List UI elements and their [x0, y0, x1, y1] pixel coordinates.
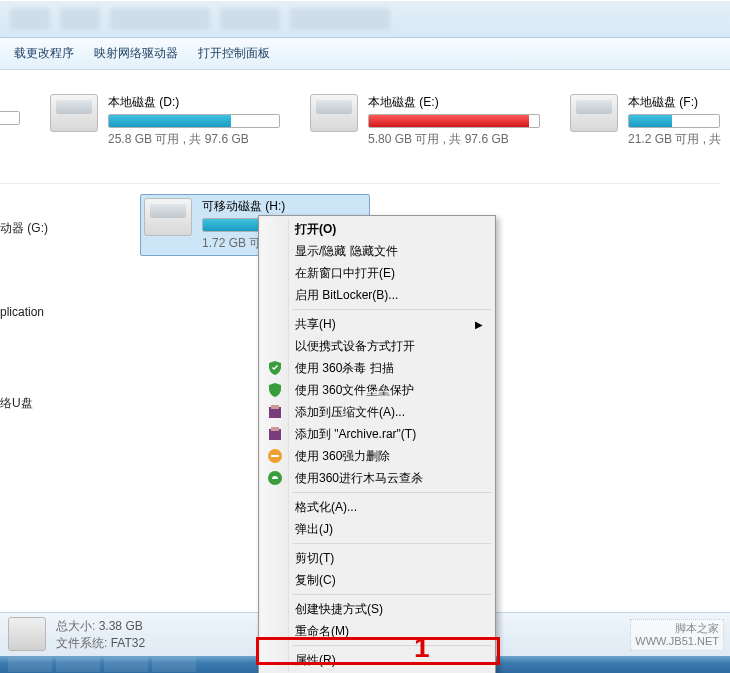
sidebar-application[interactable]: plication	[0, 305, 44, 319]
sidebar-net-usb[interactable]: 络U盘	[0, 395, 33, 412]
menu-360-scan[interactable]: 使用 360杀毒 扫描	[261, 357, 493, 379]
drive-free-text: 21.2 GB 可用 , 共	[628, 128, 720, 148]
menu-create-shortcut[interactable]: 创建快捷方式(S)	[261, 598, 493, 620]
status-size-label: 总大小:	[56, 619, 95, 633]
menu-open[interactable]: 打开(O)	[261, 218, 493, 240]
menu-portable[interactable]: 以便携式设备方式打开	[261, 335, 493, 357]
removable-drive-icon	[144, 198, 192, 236]
hdd-icon	[50, 94, 98, 132]
drive-free-text: 25.8 GB 可用 , 共 97.6 GB	[108, 128, 280, 148]
status-fs-value: FAT32	[111, 636, 145, 650]
winrar-icon	[267, 404, 283, 420]
menu-360-force-del[interactable]: 使用 360强力删除	[261, 445, 493, 467]
toolbar-map-drive[interactable]: 映射网络驱动器	[84, 41, 188, 66]
delete-orange-icon	[267, 448, 283, 464]
drive-label: 本地磁盘 (E:)	[368, 94, 540, 114]
drive-f[interactable]: 本地磁盘 (F:) 21.2 GB 可用 , 共	[570, 94, 720, 148]
explorer-toolbar: 载更改程序 映射网络驱动器 打开控制面板	[0, 38, 730, 70]
submenu-arrow-icon: ▶	[475, 319, 483, 330]
hard-disks-row: , 共 24.4 GB 本地磁盘 (D:) 25.8 GB 可用 , 共 97.…	[0, 70, 730, 156]
toolbar-control-panel[interactable]: 打开控制面板	[188, 41, 280, 66]
annotation-box	[256, 637, 500, 665]
drive-tile[interactable]: , 共 24.4 GB	[0, 94, 20, 148]
watermark: 脚本之家 WWW.JB51.NET	[630, 619, 724, 651]
drive-e[interactable]: 本地磁盘 (E:) 5.80 GB 可用 , 共 97.6 GB	[310, 94, 540, 148]
menu-share[interactable]: 共享(H)▶	[261, 313, 493, 335]
svg-rect-3	[271, 427, 279, 431]
winrar-icon	[267, 426, 283, 442]
section-devices-header: 备 (2)	[0, 156, 720, 184]
menu-copy[interactable]: 复制(C)	[261, 569, 493, 591]
shield-green-icon	[267, 382, 283, 398]
drive-free-text: , 共 24.4 GB	[0, 125, 20, 145]
menu-eject[interactable]: 弹出(J)	[261, 518, 493, 540]
drive-free-text: 5.80 GB 可用 , 共 97.6 GB	[368, 128, 540, 148]
window-titlebar	[0, 0, 730, 38]
svg-rect-1	[271, 405, 279, 409]
menu-cut[interactable]: 剪切(T)	[261, 547, 493, 569]
context-menu: 打开(O) 显示/隐藏 隐藏文件 在新窗口中打开(E) 启用 BitLocker…	[258, 215, 496, 673]
removable-drive-icon	[8, 617, 46, 651]
status-size-value: 3.38 GB	[99, 619, 143, 633]
drive-d[interactable]: 本地磁盘 (D:) 25.8 GB 可用 , 共 97.6 GB	[50, 94, 280, 148]
menu-360-safe[interactable]: 使用 360文件堡垒保护	[261, 379, 493, 401]
annotation-number: 1	[414, 634, 430, 662]
cloud-scan-icon	[267, 470, 283, 486]
menu-360-cloud-scan[interactable]: 使用360进行木马云查杀	[261, 467, 493, 489]
toolbar-uninstall[interactable]: 载更改程序	[4, 41, 84, 66]
svg-rect-5	[271, 455, 279, 457]
hdd-icon	[570, 94, 618, 132]
menu-new-window[interactable]: 在新窗口中打开(E)	[261, 262, 493, 284]
menu-winrar-archive[interactable]: 添加到 "Archive.rar"(T)	[261, 423, 493, 445]
shield-green-icon	[267, 360, 283, 376]
drive-label: 本地磁盘 (D:)	[108, 94, 280, 114]
menu-winrar-add[interactable]: 添加到压缩文件(A)...	[261, 401, 493, 423]
sidebar-drive-g[interactable]: 动器 (G:)	[0, 220, 48, 237]
menu-format[interactable]: 格式化(A)...	[261, 496, 493, 518]
menu-show-hide[interactable]: 显示/隐藏 隐藏文件	[261, 240, 493, 262]
hdd-icon	[310, 94, 358, 132]
drive-label: 本地磁盘 (F:)	[628, 94, 720, 114]
status-fs-label: 文件系统:	[56, 636, 107, 650]
menu-bitlocker[interactable]: 启用 BitLocker(B)...	[261, 284, 493, 306]
